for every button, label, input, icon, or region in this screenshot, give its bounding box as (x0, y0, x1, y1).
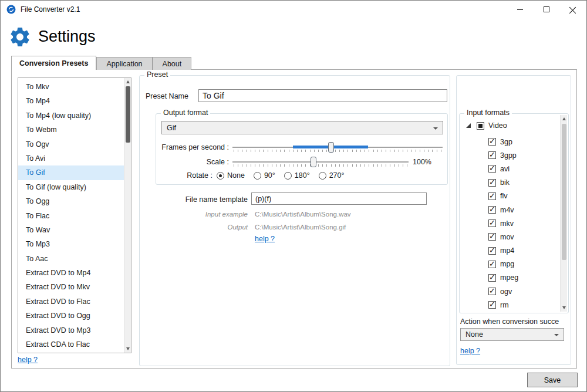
format-checkbox-row[interactable]: mp4 (460, 244, 559, 258)
output-example-label: Output (171, 224, 248, 231)
video-tree-node[interactable]: Video (460, 120, 507, 131)
format-checkbox-row[interactable]: mpg (460, 258, 559, 271)
rotate-radio-none[interactable]: None (217, 171, 245, 180)
slider-thumb[interactable] (311, 157, 316, 167)
scrollbar-thumb[interactable] (126, 86, 130, 143)
fps-slider[interactable] (232, 141, 443, 153)
scroll-down-icon[interactable] (561, 304, 568, 312)
preset-list-item[interactable]: Extract DVD to Mp4 (18, 266, 131, 280)
preset-list-item[interactable]: To Webm (18, 123, 131, 137)
format-checkbox-row[interactable]: avi (460, 162, 559, 175)
fps-label: Frames per second : (156, 141, 229, 153)
presets-help-link[interactable]: help ? (18, 356, 38, 364)
input-example-label: Input example (171, 211, 248, 218)
preset-groupbox: Preset Preset Name Output format Gif Fra… (139, 75, 450, 366)
format-checkbox-row[interactable]: mov (460, 230, 559, 244)
rotate-radio-90[interactable]: 90° (254, 171, 275, 180)
checkbox-checked-icon[interactable] (488, 165, 496, 173)
format-checkbox-row[interactable]: 3gp (460, 135, 559, 148)
format-checkbox-row[interactable]: rm (460, 298, 559, 312)
format-checkbox-row[interactable]: flv (460, 190, 559, 203)
checkbox-checked-icon[interactable] (488, 288, 496, 295)
checkbox-checked-icon[interactable] (488, 151, 496, 159)
formats-scrollbar[interactable] (560, 115, 567, 312)
scroll-up-icon[interactable] (561, 115, 568, 123)
formats-help-link[interactable]: help ? (460, 347, 480, 355)
format-checkbox-row[interactable]: ogv (460, 285, 559, 298)
maximize-icon (544, 6, 549, 12)
tab-conversion-presets[interactable]: Conversion Presets (11, 56, 96, 70)
checkbox-checked-icon[interactable] (488, 247, 496, 255)
preset-list-item[interactable]: To Avi (18, 151, 131, 165)
slider-track (232, 161, 409, 163)
preset-list-item[interactable]: To Gif (low quality) (18, 180, 131, 194)
slider-ticks (234, 150, 443, 152)
tab-about[interactable]: About (153, 57, 192, 70)
checkbox-checked-icon[interactable] (488, 274, 496, 282)
window-title: File Converter v2.1 (21, 5, 80, 13)
output-format-groupbox: Output format Gif Frames per second : Sc… (156, 113, 448, 185)
radio-icon (284, 172, 292, 180)
output-format-select[interactable]: Gif (161, 121, 443, 134)
radio-icon (319, 172, 326, 180)
gear-icon (8, 25, 32, 49)
preset-list-item[interactable]: Extract DVD to Ogg (18, 309, 131, 323)
scroll-up-icon[interactable] (124, 78, 131, 86)
chevron-down-icon (433, 127, 438, 130)
file-name-template-input[interactable] (251, 192, 427, 205)
preset-list-item[interactable]: To Ogv (18, 137, 131, 151)
checkbox-indeterminate-icon[interactable] (477, 122, 484, 130)
preset-list-item[interactable]: To Wav (18, 223, 131, 237)
maximize-button[interactable] (533, 1, 559, 18)
format-list: 3gp 3gpp avi bik flv (460, 135, 559, 312)
preset-list-item[interactable]: Extract CDA to Flac (18, 337, 131, 352)
rotate-radio-270[interactable]: 270° (319, 171, 345, 180)
preset-list-item[interactable]: To Flac (18, 209, 131, 223)
preset-list-item[interactable]: To Gif (18, 165, 131, 180)
checkbox-checked-icon[interactable] (488, 219, 496, 227)
checkbox-checked-icon[interactable] (488, 301, 496, 309)
preset-list-item[interactable]: Extract DVD to Flac (18, 295, 131, 309)
format-checkbox-row[interactable]: bik (460, 176, 559, 190)
tree-expander-icon[interactable] (466, 123, 471, 128)
preset-list-item[interactable]: To Mkv (18, 80, 131, 94)
checkbox-checked-icon[interactable] (488, 138, 496, 146)
checkbox-checked-icon[interactable] (488, 192, 496, 200)
preset-list-item[interactable]: To Aac (18, 252, 131, 266)
slider-thumb[interactable] (328, 142, 334, 153)
preset-list-item[interactable]: To Mp4 (18, 94, 131, 108)
input-formats-group-label: Input formats (464, 109, 512, 117)
preset-name-input[interactable] (198, 89, 447, 102)
output-format-value: Gif (167, 124, 176, 132)
format-checkbox-row[interactable]: m4v (460, 203, 559, 217)
chevron-down-icon (554, 334, 559, 336)
rotate-radio-180[interactable]: 180° (284, 171, 310, 180)
minimize-button[interactable] (507, 1, 533, 18)
rotate-label: Rotate : (156, 171, 212, 180)
preset-list-item[interactable]: To Ogg (18, 194, 131, 208)
preset-list-items: To MkvTo Mp4To Mp4 (low quality)To WebmT… (18, 78, 131, 352)
conversion-action-label: Action when conversion succe (460, 317, 568, 326)
scroll-down-icon[interactable] (124, 345, 131, 353)
format-checkbox-row[interactable]: 3gpp (460, 148, 559, 162)
conversion-action-select[interactable]: None (460, 328, 564, 341)
titlebar[interactable]: File Converter v2.1 (1, 1, 586, 18)
format-checkbox-row[interactable]: mkv (460, 217, 559, 230)
preset-list-item[interactable]: Extract DVD to Mp3 (18, 323, 131, 337)
preset-list-scrollbar[interactable] (124, 78, 131, 353)
checkbox-checked-icon[interactable] (488, 233, 496, 241)
preset-list-item[interactable]: To Mp4 (low quality) (18, 109, 131, 123)
close-button[interactable] (559, 1, 586, 18)
minimize-icon (517, 9, 523, 10)
scrollbar-thumb[interactable] (562, 124, 566, 260)
tab-application[interactable]: Application (96, 57, 152, 70)
checkbox-checked-icon[interactable] (488, 179, 496, 187)
save-button[interactable]: Save (527, 373, 578, 387)
checkbox-checked-icon[interactable] (488, 206, 496, 214)
checkbox-checked-icon[interactable] (488, 261, 496, 268)
preset-list-item[interactable]: To Mp3 (18, 237, 131, 251)
preset-list-item[interactable]: Extract DVD to Mkv (18, 280, 131, 294)
scale-slider[interactable] (232, 156, 409, 168)
format-checkbox-row[interactable]: mpeg (460, 271, 559, 285)
template-help-link[interactable]: help ? (255, 235, 275, 243)
